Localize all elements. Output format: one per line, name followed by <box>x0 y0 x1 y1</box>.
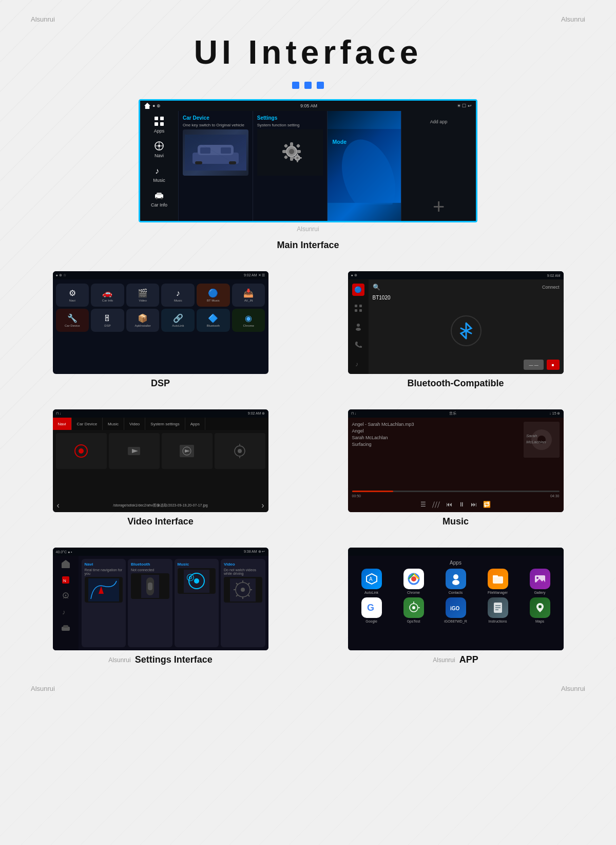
main-interface-container: ● ⊕ 9:05 AM ☀ ☐ ↩ <box>21 99 595 261</box>
video-tab-cardevice[interactable]: Car Device <box>72 418 103 430</box>
video-prev-btn[interactable]: ‹ <box>57 501 60 510</box>
sidebar-item-navi[interactable]: Navi <box>153 140 165 158</box>
dsp-app-video[interactable]: 🎬 Video <box>126 284 160 307</box>
video-tab-settings[interactable]: System settings <box>145 418 185 430</box>
chrome-icon <box>403 569 424 589</box>
chrome-app-icon: ◉ <box>245 313 252 323</box>
svg-text:A: A <box>369 576 373 582</box>
video-thumb-2[interactable] <box>109 433 160 469</box>
add-app-label: Add app <box>430 119 448 124</box>
svg-text:N: N <box>63 578 66 583</box>
google-name: Google <box>365 619 377 623</box>
apk-app-icon: 📦 <box>138 313 148 323</box>
video-tab-music[interactable]: Music <box>103 418 124 430</box>
bt-icon-phone[interactable] <box>352 339 364 351</box>
dsp-app-label: DSP <box>104 324 110 327</box>
bluetooth-caption: Bluetooth-Compatible <box>408 378 504 389</box>
music-artist: Sarah McLachlan <box>352 435 519 440</box>
app-icon-gallery[interactable]: Gallery <box>521 569 560 594</box>
music-equalizer-icon[interactable]: ⧸⧸⧸ <box>432 501 440 508</box>
music-icon: ♪ <box>153 164 165 177</box>
dsp-app-navi[interactable]: ⚙ Navi <box>56 284 89 307</box>
dsp-app-btmusic[interactable]: 🔵 BT Music <box>197 284 230 307</box>
svg-point-45 <box>356 328 361 331</box>
app-icon-google[interactable]: G Google <box>352 597 391 623</box>
video-thumbnails <box>53 430 268 499</box>
bluetooth-app-icon: 🔷 <box>208 313 218 323</box>
settings-card-bluetooth[interactable]: Bluetooth Not connected <box>128 559 172 647</box>
music-repeat-icon[interactable]: 🔁 <box>483 501 491 508</box>
dsp-app-carinfo[interactable]: 🚗 Car Info <box>91 284 124 307</box>
video-thumb-1[interactable] <box>56 433 107 469</box>
gallery-icon <box>530 569 550 589</box>
app-icon-instructions[interactable]: Instructions <box>478 597 517 623</box>
app-icon-gpstest[interactable]: GpsTest <box>394 597 433 623</box>
video-tab-video[interactable]: Video <box>124 418 145 430</box>
svg-rect-1 <box>160 117 164 120</box>
bt-main-content: 🔍 Connect BT1020 — — <box>369 279 564 374</box>
settings-music-nav-icon[interactable]: ♪ <box>61 607 71 618</box>
app-icon-maps[interactable]: Maps <box>521 597 560 623</box>
music-time-current: 00:50 <box>352 494 361 498</box>
sidebar-item-music[interactable]: ♪ Music <box>153 164 165 183</box>
video-next-btn[interactable]: › <box>261 501 264 510</box>
app-icon-igo[interactable]: iGO iGO687WD_R <box>436 597 475 623</box>
app-icon-filemanager[interactable]: FileManager <box>478 569 517 594</box>
btmusic-app-icon: 🔵 <box>208 288 218 298</box>
music-menu-icon[interactable]: ☰ <box>420 501 426 508</box>
svg-rect-23 <box>290 142 293 146</box>
settings-card-music[interactable]: Music ◎ <box>175 559 219 647</box>
svg-rect-33 <box>297 154 298 156</box>
video-tab-navi[interactable]: Navi <box>53 418 72 430</box>
panel-add-app[interactable]: Add app + <box>401 111 476 221</box>
bluetooth-app-label: Bluetooth <box>207 324 220 327</box>
svg-point-55 <box>238 449 242 453</box>
video-thumb-3[interactable] <box>162 433 213 469</box>
app-icon-chrome[interactable]: Chrome <box>394 569 433 594</box>
app-icon-contacts[interactable]: Contacts <box>436 569 475 594</box>
dsp-app-dsp[interactable]: 🎚 DSP <box>91 309 124 332</box>
settings-home-icon[interactable] <box>61 559 71 571</box>
svg-point-79 <box>194 578 199 584</box>
watermark-top-right: Alsunrui <box>561 15 585 23</box>
settings-navi-icon[interactable]: N <box>61 575 71 587</box>
settings-map-icon[interactable] <box>61 591 71 603</box>
svg-rect-3 <box>160 122 164 126</box>
dsp-app-music[interactable]: ♪ Music <box>161 284 195 307</box>
music-play-btn[interactable]: ⏸ <box>458 501 465 508</box>
bt-button-1[interactable]: — — <box>524 360 543 370</box>
settings-navi-img <box>85 577 123 603</box>
bt-icon-music-note[interactable]: ♪ <box>352 358 364 370</box>
bt-icon-grid[interactable] <box>352 302 364 314</box>
main-interface-caption: Main Interface <box>277 240 339 251</box>
music-progress-bar[interactable] <box>352 491 560 492</box>
app-icon-autolink[interactable]: A AutoLink <box>352 569 391 594</box>
svg-rect-16 <box>195 161 202 164</box>
music-prev-btn[interactable]: ⏮ <box>446 501 452 508</box>
settings-card-navi[interactable]: Navi Real time navigation for you <box>82 559 126 647</box>
music-title-bar: 音乐 <box>449 411 456 416</box>
sidebar-item-apps[interactable]: Apps <box>153 115 165 134</box>
dsp-app-avin[interactable]: 📥 AV_IN <box>232 284 265 307</box>
svg-rect-98 <box>493 575 498 577</box>
bt-button-2[interactable]: ■ <box>547 360 560 370</box>
dsp-app-autolink[interactable]: 🔗 AutoLink <box>161 309 195 332</box>
svg-text:♪: ♪ <box>155 166 159 175</box>
settings-card-video[interactable]: Video Do not watch videos while driving <box>221 559 265 647</box>
svg-text:Sarah: Sarah <box>526 434 537 438</box>
video-thumb-4[interactable] <box>215 433 265 469</box>
dsp-app-bluetooth[interactable]: 🔷 Bluetooth <box>197 309 230 332</box>
music-cell: ⊓ ↓ 音乐 ↓ 15 ⊕ Angel - Sarah McLachlan.mp… <box>316 409 595 537</box>
bt-icon-bluetooth[interactable]: 🔵 <box>352 284 364 296</box>
sidebar-item-carinfo[interactable]: Car Info <box>151 189 167 208</box>
music-label: Music <box>153 178 165 183</box>
dsp-app-cardevice[interactable]: 🔧 Car Device <box>56 309 89 332</box>
dsp-app-apk[interactable]: 📦 ApkInstaller <box>126 309 160 332</box>
settings-carinfo-nav-icon[interactable] <box>61 623 71 634</box>
music-next-btn[interactable]: ⏭ <box>471 501 477 508</box>
filemanager-name: FileManager <box>488 591 508 594</box>
dsp-app-chrome[interactable]: ◉ Chrome <box>232 309 265 332</box>
svg-point-94 <box>411 576 416 581</box>
video-tab-apps[interactable]: Apps <box>185 418 205 430</box>
bt-icon-person[interactable] <box>352 321 364 333</box>
